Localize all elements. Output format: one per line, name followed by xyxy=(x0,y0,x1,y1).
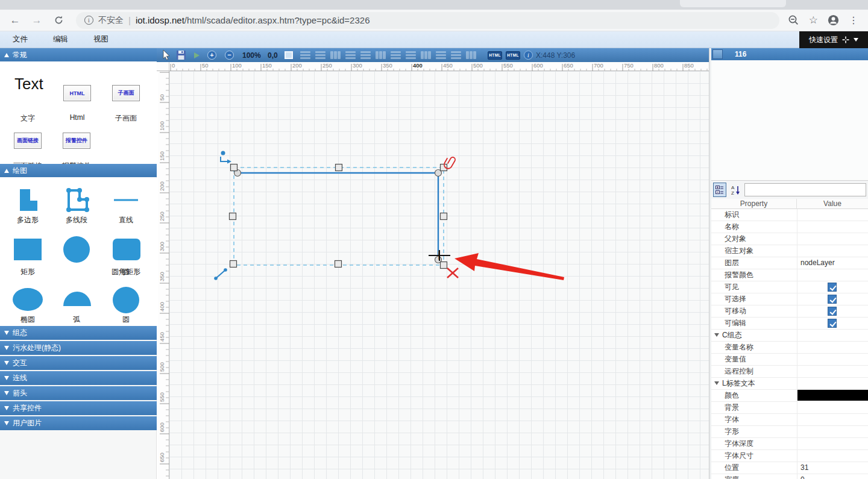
html-preview-icon[interactable]: HTML xyxy=(506,51,520,60)
property-row[interactable]: 可选择 xyxy=(711,293,868,305)
section-header-collapsed[interactable]: 组态 xyxy=(0,326,157,340)
property-row[interactable]: 可编辑 xyxy=(711,318,868,330)
property-row[interactable]: 字体深度 xyxy=(711,438,868,450)
text-tool[interactable]: Text xyxy=(14,75,43,93)
svg-text:250: 250 xyxy=(159,211,165,221)
property-row[interactable]: 变量值 xyxy=(711,354,868,366)
checkbox-checked-icon[interactable] xyxy=(828,295,837,304)
back-icon[interactable]: ← xyxy=(6,11,24,30)
property-row[interactable]: 可移动 xyxy=(711,305,868,318)
property-column-header[interactable]: Property xyxy=(711,199,797,209)
arc-icon[interactable] xyxy=(63,291,92,307)
menu-item[interactable]: 编辑 xyxy=(40,34,81,45)
panel-list-area[interactable] xyxy=(711,60,868,181)
line-icon[interactable] xyxy=(113,198,139,202)
property-row[interactable]: 颜色 xyxy=(711,390,868,402)
property-value[interactable]: 31 xyxy=(800,462,808,474)
section-header-collapsed[interactable]: 共享控件 xyxy=(0,401,157,415)
menu-item[interactable]: 文件 xyxy=(0,34,40,45)
html-tool[interactable]: HTML xyxy=(63,85,91,101)
section-header-collapsed[interactable]: 交互 xyxy=(0,356,157,370)
value-column-header[interactable]: Value xyxy=(797,199,868,209)
panel-mini-button[interactable] xyxy=(712,49,723,59)
checkbox-checked-icon[interactable] xyxy=(828,283,837,292)
avatar-icon[interactable] xyxy=(828,14,839,26)
section-header-collapsed[interactable]: 用户图片 xyxy=(0,416,157,430)
property-section-row[interactable]: L标签文本 xyxy=(711,378,868,390)
run-icon[interactable] xyxy=(194,48,200,62)
rounded-rect-icon[interactable] xyxy=(112,238,141,261)
disabled-tool-icon xyxy=(300,51,310,59)
reload-icon[interactable] xyxy=(49,11,68,30)
property-label: 报警颜色 xyxy=(725,269,753,281)
circle-icon[interactable] xyxy=(112,286,140,314)
selection-handles[interactable] xyxy=(230,164,447,269)
property-value[interactable]: nodeLayer xyxy=(800,257,835,269)
property-label: 宿主对象 xyxy=(725,245,753,257)
property-row[interactable]: 字体 xyxy=(711,414,868,426)
section-collapse-icon[interactable] xyxy=(714,381,719,385)
property-section-row[interactable]: C组态 xyxy=(711,330,868,342)
property-row[interactable]: 远程控制 xyxy=(711,366,868,378)
expand-arrow-icon xyxy=(4,346,9,350)
property-row[interactable]: 报警颜色 xyxy=(711,269,868,281)
checkbox-checked-icon[interactable] xyxy=(828,307,837,316)
property-row[interactable]: 图层nodeLayer xyxy=(711,257,868,269)
star-icon[interactable]: ☆ xyxy=(809,14,818,27)
save-icon[interactable] xyxy=(177,48,186,62)
property-row[interactable]: 宽度0 xyxy=(711,474,868,479)
info-icon[interactable]: i xyxy=(524,51,533,60)
property-row[interactable]: 变量名称 xyxy=(711,342,868,354)
property-row[interactable]: 字形 xyxy=(711,426,868,438)
checkbox-checked-icon[interactable] xyxy=(828,319,837,328)
security-label[interactable]: 不安全 xyxy=(98,15,124,26)
kebab-menu-icon[interactable]: ⋮ xyxy=(849,14,858,26)
polyline-icon[interactable] xyxy=(63,186,91,214)
svg-text:850: 850 xyxy=(684,62,694,69)
property-row[interactable]: 名称 xyxy=(711,221,868,233)
address-bar[interactable]: i 不安全 | iot.idosp.net/html/scada/editor.… xyxy=(76,12,779,29)
property-row[interactable]: 宿主对象 xyxy=(711,245,868,257)
zoom-out-page-icon[interactable] xyxy=(788,14,799,26)
circle-icon[interactable] xyxy=(63,236,90,263)
menu-item[interactable]: 视图 xyxy=(81,34,121,45)
property-row[interactable]: 背景 xyxy=(711,402,868,414)
html-source-icon[interactable]: HTML xyxy=(488,51,502,60)
zoom-out-icon[interactable]: − xyxy=(225,48,234,62)
property-row[interactable]: 标识 xyxy=(711,209,868,221)
expand-arrow-icon xyxy=(4,361,9,365)
property-row[interactable]: 位置31 xyxy=(711,462,868,474)
section-header-collapsed[interactable]: 连线 xyxy=(0,371,157,385)
drawn-polyline[interactable] xyxy=(237,173,438,257)
polygon-icon[interactable] xyxy=(16,189,40,213)
property-row[interactable]: 父对象 xyxy=(711,233,868,245)
property-row[interactable]: 字体尺寸 xyxy=(711,450,868,462)
url-text[interactable]: iot.idosp.net/html/scada/editor.aspx.htm… xyxy=(136,15,370,25)
categorized-view-icon[interactable] xyxy=(713,183,726,197)
screen-link-tool[interactable]: 画面链接 xyxy=(14,133,42,149)
sort-az-icon[interactable]: AZ xyxy=(729,183,741,197)
select-cursor-icon[interactable] xyxy=(163,48,171,62)
property-row[interactable]: 可见 xyxy=(711,281,868,293)
frame-icon[interactable] xyxy=(285,48,293,62)
forward-icon[interactable]: → xyxy=(28,11,46,30)
page-info-icon[interactable]: i xyxy=(84,16,93,25)
property-filter-input[interactable] xyxy=(744,183,866,196)
property-value[interactable]: 0 xyxy=(800,474,805,479)
subscreen-tool[interactable]: 子画面 xyxy=(112,85,140,101)
svg-text:400: 400 xyxy=(413,62,423,69)
rect-icon[interactable] xyxy=(13,238,42,261)
alarm-widget-tool[interactable]: 报警控件 xyxy=(63,133,90,149)
panel-header: 116 xyxy=(711,48,868,60)
section-header-collapsed[interactable]: 箭头 xyxy=(0,386,157,400)
chevron-down-icon xyxy=(854,38,858,42)
zoom-in-icon[interactable]: + xyxy=(207,48,216,62)
section-header-drawing[interactable]: 绘图 xyxy=(0,164,157,177)
section-header-collapsed[interactable]: 污水处理(静态) xyxy=(0,341,157,355)
color-swatch[interactable] xyxy=(797,390,868,401)
vertex-handles[interactable] xyxy=(234,170,442,263)
ellipse-icon[interactable] xyxy=(12,287,43,312)
section-header-general[interactable]: 常规 xyxy=(0,48,157,61)
quick-settings-button[interactable]: 快速设置 xyxy=(799,31,868,48)
section-collapse-icon[interactable] xyxy=(714,333,719,337)
